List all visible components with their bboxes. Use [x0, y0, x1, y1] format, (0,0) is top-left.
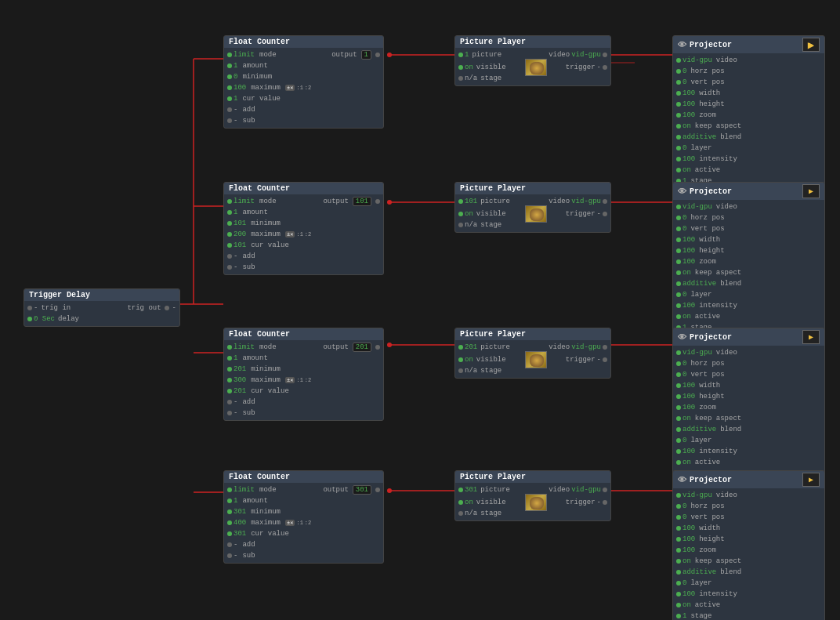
- picture-player-4[interactable]: Picture Player 301 picture video vid-gpu: [454, 470, 611, 521]
- fc3-amount-label: amount: [242, 354, 267, 362]
- pp1-vis-val: on: [465, 63, 473, 71]
- float-counter-2[interactable]: Float Counter limit mode output 101 1 am…: [223, 182, 384, 275]
- fc4-limit-val: limit: [234, 486, 255, 494]
- float-counter-4[interactable]: Float Counter limit mode output 301 1 am…: [223, 470, 384, 564]
- p3-kaval: on: [682, 415, 691, 422]
- delay-label: delay: [58, 315, 79, 323]
- fc2-max-dot: [227, 232, 232, 237]
- p2-hlbl: height: [699, 247, 724, 255]
- fc1-mode-label: mode: [259, 51, 277, 59]
- pp2-video-label: video: [549, 198, 570, 205]
- fc2-output-val: 101: [353, 197, 371, 206]
- picture-player-2[interactable]: Picture Player 101 picture video vid-gpu: [454, 182, 611, 233]
- svg-point-18: [387, 488, 392, 493]
- p2-bllbl: blend: [720, 280, 741, 288]
- p3-vpdot: [676, 372, 681, 377]
- projector-2[interactable]: 👁 Projector ▶ vid-gpuvideo 0horz pos 0ve…: [672, 182, 825, 346]
- proj1-vid-label: video: [716, 56, 737, 64]
- trigger-delay-node[interactable]: Trigger Delay - trig in trig out - 0 Sec…: [24, 288, 180, 327]
- p4-actdot: [676, 603, 681, 607]
- proj1-blend-dot: [676, 135, 681, 140]
- p4-blval: additive: [682, 568, 716, 576]
- picture-player-3[interactable]: Picture Player 201 picture video vid-gpu: [454, 328, 611, 379]
- fc1-min-val: 0: [234, 73, 237, 81]
- fc1-max-dot: [227, 85, 232, 90]
- fc4-sub2: :2: [305, 520, 311, 526]
- pp3-trigger-label: trigger: [566, 356, 596, 364]
- proj1-w-dot: [676, 91, 681, 96]
- p2-kadot: [676, 270, 681, 275]
- fc3-add-dash: -: [234, 398, 237, 406]
- pp2-stage-dash: n/a: [465, 221, 477, 229]
- fc2-limit-val: limit: [234, 198, 255, 205]
- fc1-add-dash: -: [234, 106, 237, 114]
- pp4-title: Picture Player: [460, 473, 526, 481]
- pp2-vis-label: visible: [476, 210, 506, 218]
- fc2-min-val: 101: [234, 219, 246, 227]
- picture-player-1[interactable]: Picture Player 1 picture video vid-gpu o…: [454, 35, 611, 86]
- pp1-video-dot: [603, 53, 607, 57]
- pp1-thumb: [525, 59, 547, 76]
- fc3-sub1: :1: [296, 377, 302, 383]
- proj1-int-label: intensity: [699, 155, 737, 163]
- fc3-output-label: output: [323, 343, 348, 351]
- projector-3[interactable]: 👁 Projector ▶ vid-gpuvideo 0horz pos 0ve…: [672, 328, 825, 492]
- p4-stglbl: stage: [690, 612, 711, 620]
- proj1-vpos-label: vert pos: [690, 78, 724, 86]
- pp1-trigger-dot: [603, 65, 607, 70]
- p2-hdot: [676, 248, 681, 253]
- pp2-trigger-val: -: [597, 210, 601, 218]
- p3-hplbl: horz pos: [690, 360, 724, 368]
- p4-hpdot: [676, 504, 681, 509]
- fc4-output-val: 301: [353, 485, 371, 495]
- fc2-sub-label: sub: [242, 263, 255, 271]
- fc1-min-dot: [227, 74, 232, 79]
- pp4-stage-label: stage: [480, 509, 501, 517]
- p2-bldot: [676, 281, 681, 286]
- proj4-title: Projector: [690, 476, 732, 484]
- p2-laydot: [676, 292, 681, 297]
- p3-hdot: [676, 394, 681, 399]
- pp4-pic-label: picture: [480, 486, 510, 494]
- float-counter-3[interactable]: Float Counter limit mode output 201 1 am…: [223, 328, 384, 421]
- fc2-output-dot: [375, 199, 380, 204]
- fc3-sub2: :2: [305, 377, 311, 383]
- p2-kalbl: keep aspect: [695, 269, 741, 277]
- fc1-curval-val: 1: [234, 95, 237, 103]
- pp4-thumb: [525, 494, 547, 511]
- proj4-thumb: ▶: [802, 473, 820, 487]
- fc1-curval-label: cur value: [242, 95, 281, 103]
- fc2-sub-dot: [227, 265, 232, 270]
- pp1-video-label: video: [549, 51, 570, 59]
- fc3-amount-dot: [227, 356, 232, 361]
- p4-laydot: [676, 581, 681, 586]
- delay-dot: [27, 317, 32, 321]
- float-counter-1[interactable]: Float Counter limit mode output 1 1 amou…: [223, 35, 384, 129]
- proj1-header: 👁 Projector ▶: [673, 36, 824, 53]
- p3-vplbl: vert pos: [690, 371, 724, 379]
- proj1-hpos-label: horz pos: [690, 67, 724, 75]
- trig-in-dot: [27, 306, 32, 310]
- fc4-curval-val: 301: [234, 530, 246, 538]
- p4-hplbl: horz pos: [690, 502, 724, 510]
- p2-zlbl: zoom: [699, 258, 716, 266]
- p2-hval: 100: [682, 247, 695, 255]
- fc2-sub2: :2: [305, 231, 311, 237]
- fc3-amount-val: 1: [234, 354, 237, 362]
- p2-kaval: on: [682, 269, 691, 277]
- fc4-sub1: :1: [296, 520, 302, 526]
- fc4-header: Float Counter: [224, 471, 383, 483]
- fc1-output-dot: [375, 53, 380, 57]
- pp3-pic-val: 201: [465, 343, 477, 351]
- projector-4[interactable]: 👁 Projector ▶ vid-gpuvideo 0horz pos 0ve…: [672, 470, 825, 620]
- fc2-output-label: output: [323, 198, 348, 205]
- p3-laylbl: layer: [690, 437, 711, 444]
- fc1-amount-dot: [227, 63, 232, 68]
- pp1-stage-dot: [458, 76, 463, 81]
- pp4-stage-dash: n/a: [465, 509, 477, 517]
- proj1-vpos-val: 0: [682, 78, 686, 86]
- fc1-max-label: maximum: [251, 84, 281, 92]
- proj1-int-val: 100: [682, 155, 695, 163]
- projector-1[interactable]: 👁 Projector ▶ vid-gpu video 0 horz pos 0…: [672, 35, 825, 200]
- p3-wdot: [676, 383, 681, 388]
